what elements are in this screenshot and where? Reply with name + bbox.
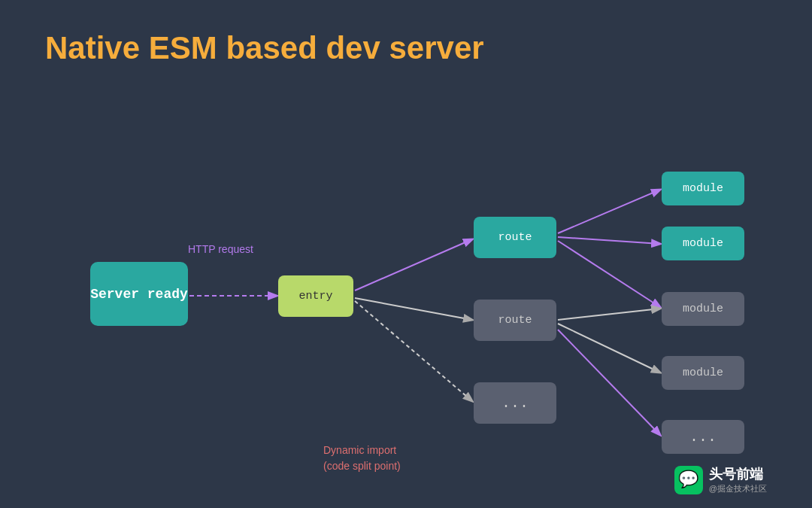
node-entry: entry [278,275,353,317]
slide: Native ESM based dev server [0,0,812,508]
node-route-gray: route [474,300,556,341]
watermark-icon: 💬 [674,466,703,494]
label-dynamic-import: Dynamic import (code split point) [323,443,401,474]
node-route-green: route [474,217,556,258]
diagram-area: Server ready entry route route ... modul… [45,89,767,480]
svg-line-8 [558,324,660,373]
svg-line-4 [558,190,660,233]
node-module-1: module [662,172,744,205]
label-http-request: HTTP request [188,243,253,255]
watermark-sub: @掘金技术社区 [709,483,767,494]
watermark-text: 头号前端 @掘金技术社区 [709,465,767,494]
watermark-main: 头号前端 [709,465,767,483]
watermark: 💬 头号前端 @掘金技术社区 [674,465,767,494]
slide-title: Native ESM based dev server [45,30,767,66]
node-dots-bottom: ... [662,420,744,454]
svg-line-6 [558,241,660,307]
svg-line-7 [558,309,660,320]
svg-line-5 [558,237,660,244]
svg-line-2 [355,298,472,320]
svg-line-1 [355,239,472,291]
node-dots: ... [474,382,556,424]
svg-line-3 [355,301,472,401]
node-module-3: module [662,292,744,326]
svg-line-9 [558,330,660,435]
node-server-ready: Server ready [90,262,188,326]
node-module-2: module [662,227,744,260]
node-module-4: module [662,356,744,390]
